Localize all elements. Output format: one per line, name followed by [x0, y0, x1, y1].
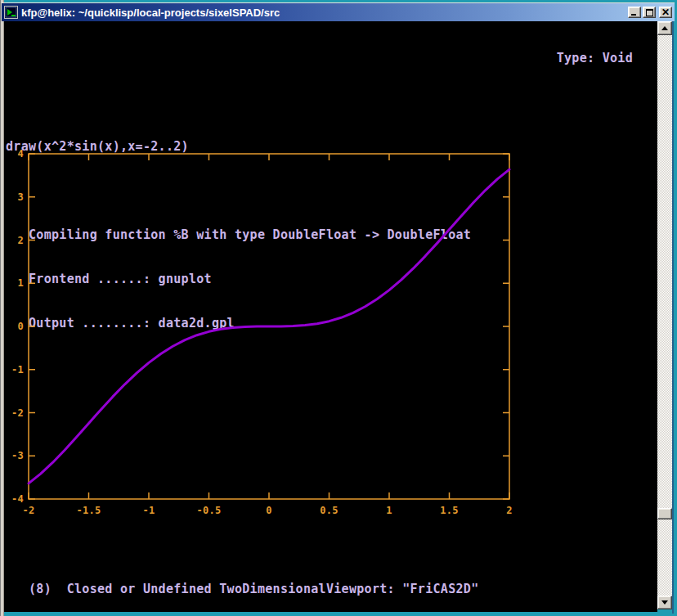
svg-text:0: 0	[17, 321, 24, 332]
svg-text:-2: -2	[22, 505, 34, 516]
svg-text:1.5: 1.5	[440, 505, 459, 516]
minimize-button[interactable]	[628, 7, 641, 18]
window-titlebar[interactable]: kfp@helix: ~/quicklisp/local-projects/si…	[2, 2, 675, 21]
svg-text:0.5: 0.5	[320, 505, 338, 516]
svg-text:1: 1	[17, 277, 24, 289]
close-button[interactable]: ✕	[659, 7, 672, 18]
arrow-up-icon	[661, 26, 668, 30]
svg-text:-1.5: -1.5	[76, 505, 101, 516]
gnuplot-sixel-plot: -2-1.5-1-0.500.511.52-4-3-2-101234	[4, 128, 544, 537]
arrow-down-icon	[661, 600, 668, 605]
terminal-icon	[4, 6, 18, 19]
svg-text:4: 4	[17, 148, 24, 160]
scrollbar-thumb[interactable]	[657, 508, 672, 519]
blank-line	[4, 95, 657, 110]
svg-text:-3: -3	[11, 450, 24, 461]
desktop: { "window": { "title": "kfp@helix: ~/qui…	[0, 0, 677, 616]
close-icon: ✕	[661, 8, 670, 16]
svg-text:-1: -1	[11, 364, 24, 375]
scrollbar-track[interactable]	[657, 21, 672, 609]
svg-text:2: 2	[17, 235, 24, 246]
svg-text:-2: -2	[11, 407, 24, 419]
scrollbar-up-button[interactable]	[657, 21, 672, 35]
svg-text:-1: -1	[142, 505, 155, 516]
result-block: (8) Closed or Undefined TwoDimensionalVi…	[4, 552, 657, 612]
terminal-output-area[interactable]: Type: Void draw(x^2*sin(x),x=-2..2) Comp…	[4, 21, 657, 612]
scrollbar-down-button[interactable]	[657, 596, 672, 609]
type-void-line: Type: Void	[4, 51, 657, 65]
maximize-icon	[646, 9, 653, 16]
svg-text:0: 0	[266, 505, 272, 516]
result-8-line: (8) Closed or Undefined TwoDimensionalVi…	[4, 582, 657, 596]
window-title: kfp@helix: ~/quicklisp/local-projects/si…	[21, 7, 626, 19]
svg-text:-0.5: -0.5	[196, 505, 221, 516]
minimize-icon	[631, 14, 636, 16]
window-right-border	[672, 21, 674, 614]
svg-text:2: 2	[506, 505, 513, 516]
svg-text:-4: -4	[11, 493, 24, 505]
maximize-button[interactable]	[643, 7, 656, 18]
svg-text:3: 3	[17, 191, 24, 203]
svg-text:1: 1	[386, 505, 392, 516]
